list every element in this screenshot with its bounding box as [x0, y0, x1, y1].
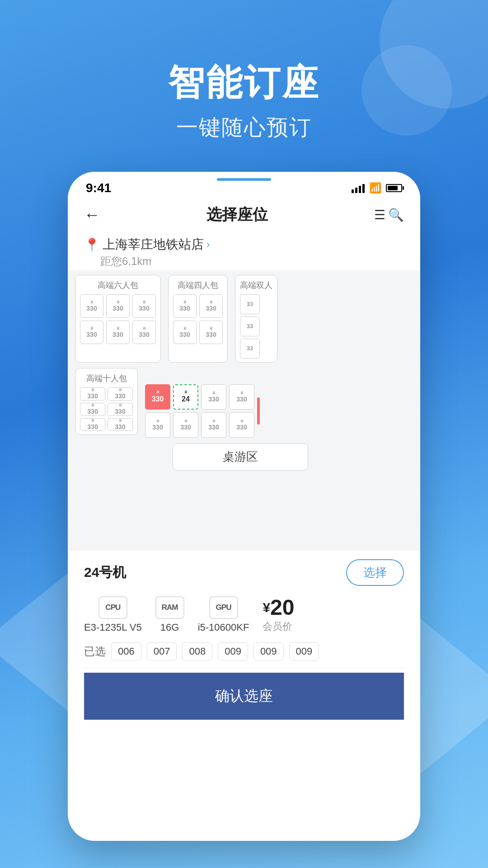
price-value: 20 [270, 595, 294, 619]
location-name[interactable]: 📍 上海莘庄地铁站店 › [84, 236, 404, 253]
seat-item[interactable]: 🖥 330 [106, 321, 130, 344]
machine-name: 24号机 [84, 563, 126, 582]
selected-label: 已选 [84, 644, 106, 659]
seat-item[interactable]: 🖥 330 [80, 403, 105, 416]
seat-item[interactable]: 🖥 330 [108, 403, 133, 416]
status-time: 9:41 [86, 181, 111, 195]
seat-item[interactable]: 🖥 330 [201, 384, 226, 410]
seat-map: 高端六人包 🖥 330 🖥 330 🖥 330 🖥 [68, 270, 420, 546]
bottom-panel: 24号机 选择 CPU E3-1235L V5 RAM 16G GPU [68, 550, 420, 720]
cpu-icon: CPU [99, 596, 127, 619]
price-suffix: 会员价 [263, 620, 292, 633]
room-4pack-seats: 🖥 330 🖥 330 🖥 330 🖥 330 [173, 294, 223, 344]
hero-subtitle: 一键随心预订 [0, 113, 488, 142]
seat-item[interactable]: 🖥 330 [80, 321, 103, 344]
seat-item[interactable]: 🖥 330 [108, 418, 133, 431]
seat-item[interactable]: 🖥 330 [201, 412, 226, 438]
phone-mockup: 9:41 📶 ← 选择座位 ☰ 🔍 📍 上海莘庄地铁站店 › [68, 172, 420, 841]
seat-item[interactable]: 🖥 330 [229, 412, 254, 438]
select-button[interactable]: 选择 [346, 559, 404, 586]
gpu-spec: GPU i5-10600KF [198, 596, 249, 633]
seat-item[interactable]: 🖥 330 [132, 294, 156, 318]
list-icon[interactable]: ☰ [374, 208, 385, 222]
selected-seat-tag-4[interactable]: 009 [218, 642, 248, 660]
room-2pack: 高端双人 33 33 33 [235, 275, 277, 363]
room-6pack-label: 高端六人包 [80, 280, 156, 291]
seat-item[interactable]: 🖥 330 [106, 294, 130, 318]
nav-bar: ← 选择座位 ☰ 🔍 [68, 200, 420, 232]
seat-item[interactable]: 🖥 330 [173, 294, 197, 318]
page-title: 选择座位 [206, 204, 268, 225]
status-icons: 📶 [352, 182, 402, 194]
seat-item[interactable]: 33 [240, 294, 260, 314]
cpu-spec: CPU E3-1235L V5 [84, 596, 142, 633]
seat-item[interactable]: 🖥 330 [132, 321, 156, 344]
bottom-rooms-row: 高端十人包 🖥 330 🖥 330 🖥 330 🖥 [75, 368, 413, 438]
seat-item-selected-red[interactable]: 🖥 330 [145, 384, 170, 410]
room-4pack-label: 高端四人包 [173, 280, 223, 291]
red-indicator-bar [257, 397, 260, 425]
confirm-button[interactable]: 确认选座 [84, 673, 404, 720]
selected-seat-tag-1[interactable]: 006 [111, 642, 141, 660]
bg-triangle-right [416, 615, 488, 778]
search-icon[interactable]: 🔍 [388, 208, 404, 222]
seat-item[interactable]: 33 [240, 339, 260, 359]
nav-search-group: ☰ 🔍 [374, 208, 404, 222]
seat-item[interactable]: 🖥 330 [173, 412, 198, 438]
seat-item[interactable]: 🖥 330 [80, 387, 105, 401]
room-4pack: 高端四人包 🖥 330 🖥 330 🖥 330 🖥 [168, 275, 228, 363]
price-display: ¥20 会员价 [263, 595, 294, 633]
selected-seat-tag-3[interactable]: 008 [182, 642, 212, 660]
room-10pack-label: 高端十人包 [80, 373, 133, 384]
location-bar: 📍 上海莘庄地铁站店 › 距您6.1km [68, 232, 420, 270]
seat-item[interactable]: 🖥 330 [145, 412, 170, 438]
specs-row: CPU E3-1235L V5 RAM 16G GPU i5-10600KF ¥… [84, 595, 404, 633]
selected-seat-tag-5[interactable]: 009 [253, 642, 284, 660]
divider [68, 546, 420, 550]
wifi-icon: 📶 [369, 182, 381, 194]
battery-icon [386, 184, 402, 192]
table-game-zone: 桌游区 [173, 443, 308, 471]
ram-spec: RAM 16G [155, 596, 184, 633]
seat-item[interactable]: 33 [240, 316, 260, 336]
price-symbol: ¥ [263, 600, 270, 615]
ram-label: 16G [160, 622, 179, 633]
selected-seat-tag-2[interactable]: 007 [147, 642, 177, 660]
seat-item[interactable]: 🖥 330 [199, 321, 223, 344]
selected-seats-row: 已选 006 007 008 009 009 009 [84, 642, 404, 668]
cpu-label: E3-1235L V5 [84, 622, 142, 633]
gpu-label: i5-10600KF [198, 622, 249, 633]
location-arrow-icon: › [206, 239, 210, 250]
seat-item[interactable]: 🖥 330 [108, 387, 133, 401]
location-distance: 距您6.1km [84, 253, 404, 269]
seat-item[interactable]: 🖥 330 [80, 294, 103, 318]
signal-bars-icon [352, 183, 365, 193]
seat-item[interactable]: 🖥 330 [80, 418, 105, 431]
ram-icon: RAM [155, 596, 184, 619]
room-2pack-label: 高端双人 [240, 280, 272, 291]
seat-item[interactable]: 🖥 330 [199, 294, 223, 318]
room-10pack-left: 高端十人包 🖥 330 🖥 330 🖥 330 🖥 [75, 368, 138, 435]
seat-item[interactable]: 🖥 330 [229, 384, 254, 410]
seat-item[interactable]: 🖥 330 [173, 321, 197, 344]
machine-row: 24号机 选择 [84, 559, 404, 586]
hero-title: 智能订座 [0, 59, 488, 108]
selected-seat-tag-6[interactable]: 009 [289, 642, 319, 660]
room-6pack-seats: 🖥 330 🖥 330 🖥 330 🖥 330 [80, 294, 156, 344]
seat-item-selected-green[interactable]: 🖥 24 [173, 384, 198, 410]
top-rooms-row: 高端六人包 🖥 330 🖥 330 🖥 330 🖥 [75, 275, 413, 363]
phone-pill [217, 178, 271, 181]
gpu-icon: GPU [209, 596, 238, 619]
room-6pack: 高端六人包 🖥 330 🖥 330 🖥 330 🖥 [75, 275, 161, 363]
location-pin-icon: 📍 [84, 237, 100, 252]
back-button[interactable]: ← [84, 205, 100, 224]
status-bar: 9:41 📶 [68, 172, 420, 200]
